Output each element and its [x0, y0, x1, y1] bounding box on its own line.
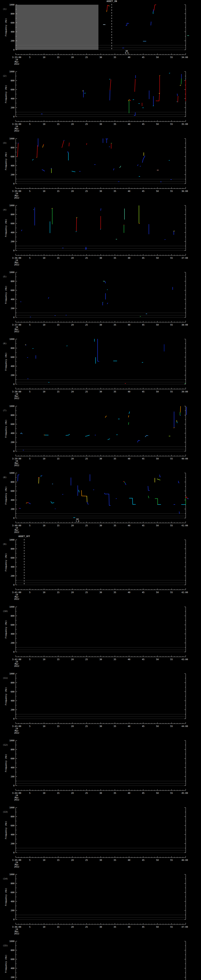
x-tick-label: 30: [99, 190, 102, 192]
x-tick-label: 45: [142, 324, 145, 326]
detection-trace: [21, 230, 22, 231]
x-tick-label: 5: [29, 658, 30, 661]
x-tick-label: 35: [114, 926, 116, 928]
panel-index-label: (2): [3, 75, 7, 77]
x-tick-label: 5: [29, 591, 30, 594]
x-tick-label: 35: [114, 792, 116, 794]
y-tick-label: 0: [13, 316, 14, 319]
y-tick-label: 1000: [10, 3, 15, 6]
x-tick-label: 15: [57, 591, 59, 594]
spectrogram-panel-2: 02004006008001000Frequency (Hz)(2)510152…: [0, 67, 201, 134]
x-end-time-label: 46:00: [181, 859, 188, 861]
panel-index-label: (10): [3, 610, 8, 612]
detection-trace: [32, 159, 33, 160]
x-tick-label: 40: [128, 257, 130, 259]
detection-trace: [67, 346, 67, 346]
x-tick-label: 25: [85, 658, 88, 661]
detection-trace: [120, 166, 121, 167]
y-tick-label: 600: [11, 824, 14, 827]
x-tick-label: 25: [85, 257, 88, 259]
date-label: 2022: [14, 598, 19, 600]
y-axis-title: Frequency (Hz): [5, 553, 7, 571]
x-tick-label: 20: [71, 792, 73, 794]
x-tick-label: 45: [142, 926, 145, 928]
x-tick-label: 30: [99, 859, 102, 861]
x-end-time-label: 47:00: [181, 926, 188, 928]
panel-index-label: (11): [3, 677, 8, 679]
y-tick-label: 800: [11, 414, 14, 417]
x-tick-label: 45: [142, 792, 145, 794]
detection-trace: [103, 281, 105, 282]
y-tick-label: 600: [11, 557, 14, 559]
y-axis-title: Frequency (Hz): [5, 955, 7, 973]
y-tick-label: 200: [11, 441, 14, 444]
x-tick-label: 30: [99, 390, 102, 393]
detection-trace: [103, 24, 105, 25]
x-tick-label: 15: [57, 658, 59, 661]
x-tick-label: 10: [43, 257, 45, 259]
y-tick-label: 200: [11, 40, 14, 42]
x-tick-label: 40: [128, 792, 130, 794]
detection-trace: [52, 208, 53, 208]
x-tick-label: 30: [99, 792, 102, 794]
detection-trace: [110, 80, 111, 90]
detection-trace: [123, 481, 124, 482]
y-tick-label: 200: [11, 575, 14, 577]
x-tick-label: 55: [170, 591, 173, 594]
y-tick-label: 200: [11, 374, 14, 377]
x-tick-label: 45: [142, 123, 145, 126]
y-tick-label: 400: [11, 900, 14, 903]
detection-trace: [29, 503, 30, 504]
x-tick-label: 30: [99, 725, 102, 727]
x-tick-label: 5: [29, 457, 30, 460]
panel-index-label: (5): [3, 275, 7, 278]
spectrogram-panel-1: 02004006008001000Frequency (Hz)(1)510152…: [0, 0, 201, 67]
y-tick-label: 400: [11, 365, 14, 368]
x-tick-label: 35: [114, 725, 116, 727]
detection-trace: [155, 499, 158, 504]
y-tick-label: 0: [13, 49, 14, 51]
y-tick-label: 200: [11, 107, 14, 109]
detection-trace: [81, 490, 87, 496]
x-tick-label: 45: [142, 56, 145, 59]
x-end-time-label: 45:00: [181, 792, 188, 794]
spectrogram-panel-4: 02004006008001000Frequency (Hz)(4)510152…: [0, 201, 201, 268]
y-axis-title: Frequency (Hz): [5, 353, 7, 371]
x-tick-label: 35: [114, 390, 116, 393]
x-tick-label: 35: [114, 591, 116, 594]
x-tick-label: 30: [99, 524, 102, 527]
x-tick-label: 10: [43, 658, 45, 661]
x-tick-label: 30: [99, 123, 102, 126]
panel-index-label: (12): [3, 744, 8, 746]
y-axis-title: Frequency (Hz): [5, 620, 7, 639]
x-tick-label: 25: [85, 926, 88, 928]
x-tick-label: 50: [156, 792, 159, 794]
x-end-time-label: 39:00: [181, 390, 188, 393]
detection-trace: [104, 493, 110, 506]
x-tick-label: 55: [170, 457, 173, 460]
x-tick-label: 40: [128, 390, 130, 393]
date-label: 2022: [14, 732, 19, 734]
x-tick-label: 20: [71, 390, 73, 393]
x-tick-label: 30: [99, 257, 102, 259]
detection-trace: [41, 476, 42, 476]
y-tick-label: 400: [11, 967, 14, 970]
y-tick-label: 600: [11, 490, 14, 492]
x-tick-label: 55: [170, 390, 173, 393]
date-label: 2022: [14, 397, 19, 399]
detection-trace: [86, 143, 87, 145]
detection-trace: [69, 143, 69, 146]
x-end-time-label: 38:00: [181, 324, 188, 326]
panel-index-label: (7): [3, 409, 7, 412]
detection-trace: [33, 348, 34, 349]
y-tick-label: 600: [11, 757, 14, 760]
x-tick-label: 45: [142, 658, 145, 661]
panel-index-label: (3): [3, 142, 7, 144]
detection-trace: [105, 282, 105, 283]
x-end-time-label: 41:00: [181, 524, 188, 527]
x-tick-label: 15: [57, 524, 59, 527]
x-tick-label: 40: [128, 725, 130, 727]
date-label: 2022: [14, 932, 19, 935]
x-tick-label: 30: [99, 56, 102, 59]
x-tick-label: 40: [128, 123, 130, 126]
